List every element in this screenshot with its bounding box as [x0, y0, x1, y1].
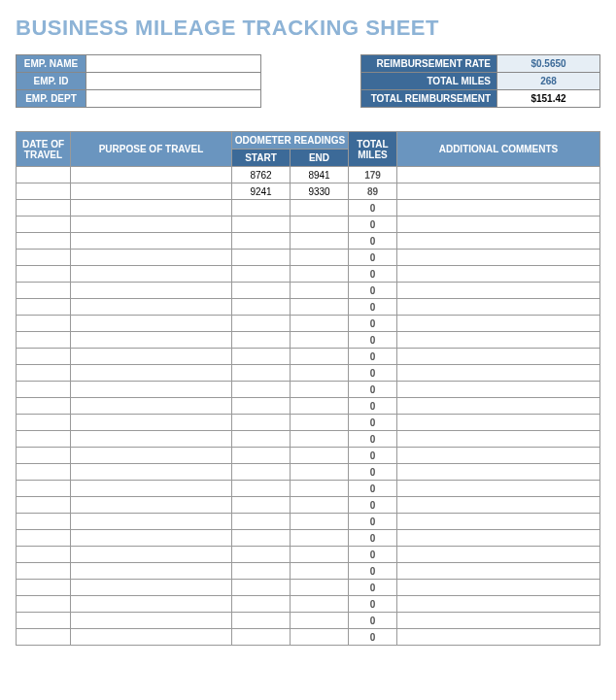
cell-date[interactable]	[17, 332, 71, 349]
cell-end[interactable]	[291, 200, 349, 217]
cell-date[interactable]	[17, 398, 71, 415]
emp-name-value[interactable]	[86, 55, 261, 73]
cell-date[interactable]	[17, 167, 71, 183]
cell-purpose[interactable]	[71, 563, 232, 580]
cell-end[interactable]	[291, 365, 349, 382]
cell-start[interactable]	[232, 629, 291, 646]
cell-comments[interactable]	[397, 580, 600, 596]
cell-purpose[interactable]	[71, 431, 232, 448]
cell-end[interactable]	[291, 415, 349, 431]
cell-start[interactable]	[232, 431, 291, 448]
cell-end[interactable]	[291, 464, 349, 481]
cell-end[interactable]: 8941	[291, 167, 349, 183]
cell-comments[interactable]	[397, 547, 600, 563]
cell-date[interactable]	[17, 250, 71, 266]
cell-purpose[interactable]	[71, 514, 232, 530]
cell-start[interactable]	[232, 514, 291, 530]
cell-purpose[interactable]	[71, 283, 232, 299]
cell-start[interactable]	[232, 530, 291, 547]
cell-end[interactable]	[291, 547, 349, 563]
cell-purpose[interactable]	[71, 250, 232, 266]
cell-end[interactable]	[291, 514, 349, 530]
cell-start[interactable]	[232, 233, 291, 250]
cell-start[interactable]	[232, 382, 291, 398]
cell-purpose[interactable]	[71, 415, 232, 431]
cell-end[interactable]	[291, 266, 349, 283]
cell-end[interactable]	[291, 332, 349, 349]
cell-date[interactable]	[17, 613, 71, 629]
cell-end[interactable]	[291, 283, 349, 299]
cell-comments[interactable]	[397, 398, 600, 415]
cell-date[interactable]	[17, 514, 71, 530]
cell-start[interactable]	[232, 448, 291, 464]
cell-start[interactable]	[232, 349, 291, 365]
cell-date[interactable]	[17, 629, 71, 646]
cell-start[interactable]	[232, 481, 291, 497]
cell-start[interactable]	[232, 580, 291, 596]
cell-start[interactable]	[232, 415, 291, 431]
cell-comments[interactable]	[397, 217, 600, 233]
cell-start[interactable]	[232, 200, 291, 217]
cell-end[interactable]	[291, 481, 349, 497]
cell-date[interactable]	[17, 431, 71, 448]
cell-date[interactable]	[17, 349, 71, 365]
cell-date[interactable]	[17, 464, 71, 481]
cell-comments[interactable]	[397, 415, 600, 431]
cell-purpose[interactable]	[71, 365, 232, 382]
cell-purpose[interactable]	[71, 349, 232, 365]
cell-comments[interactable]	[397, 283, 600, 299]
cell-end[interactable]	[291, 382, 349, 398]
cell-comments[interactable]	[397, 250, 600, 266]
cell-comments[interactable]	[397, 530, 600, 547]
cell-start[interactable]	[232, 299, 291, 316]
cell-comments[interactable]	[397, 167, 600, 183]
cell-start[interactable]	[232, 250, 291, 266]
cell-date[interactable]	[17, 530, 71, 547]
cell-start[interactable]	[232, 547, 291, 563]
cell-comments[interactable]	[397, 382, 600, 398]
cell-date[interactable]	[17, 580, 71, 596]
cell-end[interactable]	[291, 497, 349, 514]
cell-end[interactable]	[291, 398, 349, 415]
cell-end[interactable]	[291, 580, 349, 596]
cell-comments[interactable]	[397, 613, 600, 629]
cell-comments[interactable]	[397, 448, 600, 464]
cell-date[interactable]	[17, 481, 71, 497]
cell-start[interactable]	[232, 563, 291, 580]
cell-purpose[interactable]	[71, 167, 232, 183]
cell-purpose[interactable]	[71, 316, 232, 332]
cell-purpose[interactable]	[71, 233, 232, 250]
cell-comments[interactable]	[397, 596, 600, 613]
cell-start[interactable]: 9241	[232, 183, 291, 200]
cell-purpose[interactable]	[71, 448, 232, 464]
cell-date[interactable]	[17, 382, 71, 398]
cell-comments[interactable]	[397, 233, 600, 250]
cell-purpose[interactable]	[71, 183, 232, 200]
cell-comments[interactable]	[397, 266, 600, 283]
cell-start[interactable]	[232, 613, 291, 629]
cell-start[interactable]	[232, 217, 291, 233]
cell-start[interactable]: 8762	[232, 167, 291, 183]
cell-comments[interactable]	[397, 316, 600, 332]
cell-date[interactable]	[17, 233, 71, 250]
cell-comments[interactable]	[397, 431, 600, 448]
cell-date[interactable]	[17, 497, 71, 514]
cell-purpose[interactable]	[71, 217, 232, 233]
cell-comments[interactable]	[397, 563, 600, 580]
cell-purpose[interactable]	[71, 398, 232, 415]
cell-end[interactable]	[291, 349, 349, 365]
cell-date[interactable]	[17, 183, 71, 200]
cell-date[interactable]	[17, 217, 71, 233]
cell-start[interactable]	[232, 283, 291, 299]
cell-start[interactable]	[232, 365, 291, 382]
cell-end[interactable]	[291, 316, 349, 332]
cell-purpose[interactable]	[71, 266, 232, 283]
cell-start[interactable]	[232, 316, 291, 332]
cell-purpose[interactable]	[71, 547, 232, 563]
cell-purpose[interactable]	[71, 497, 232, 514]
cell-purpose[interactable]	[71, 332, 232, 349]
cell-end[interactable]	[291, 596, 349, 613]
cell-end[interactable]	[291, 250, 349, 266]
cell-date[interactable]	[17, 200, 71, 217]
cell-end[interactable]	[291, 233, 349, 250]
